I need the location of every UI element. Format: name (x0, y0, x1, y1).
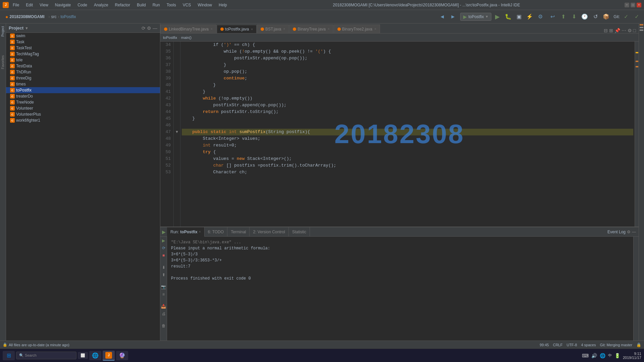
more-icon[interactable]: ⋯ (622, 28, 626, 33)
split-vertical-icon[interactable]: ⊞ (609, 28, 613, 33)
statistic-tab[interactable]: Statistic (289, 227, 310, 237)
build-button[interactable]: ⚙ (536, 12, 545, 21)
menu-window[interactable]: Window (196, 2, 213, 8)
todo-tab[interactable]: 6: TODO (205, 227, 228, 237)
run-button[interactable]: ▶ (493, 12, 502, 21)
coverage-button[interactable]: ▣ (514, 12, 524, 21)
tab-close-binarytree2[interactable]: × (374, 27, 376, 31)
git-checkmark1[interactable]: ✓ (621, 12, 631, 21)
menu-view[interactable]: View (38, 2, 50, 8)
git-push[interactable]: ⬆ (558, 12, 568, 21)
tab-bst[interactable]: BST.java × (257, 24, 289, 33)
tree-item-tasktest[interactable]: C TaskTest (6, 45, 160, 51)
run-restart-icon[interactable]: ⟳ (161, 245, 166, 251)
tree-item-volunteer[interactable]: C Volunteer (6, 105, 160, 111)
run-clear-icon[interactable]: 🗑 (161, 323, 166, 328)
breadcrumb-file[interactable]: toPostfix (163, 36, 177, 40)
menu-navigate[interactable]: Navigate (54, 2, 72, 8)
other-taskbar[interactable]: 🔮 (116, 351, 128, 360)
git-revert[interactable]: ↺ (591, 12, 600, 21)
tree-item-topostfix[interactable]: C toPostfix (6, 87, 160, 93)
bottom-close-icon[interactable]: — (632, 230, 636, 234)
task-view-button[interactable]: ⬜ (78, 352, 88, 359)
tree-item-treaterdo[interactable]: C treaterDo (6, 93, 160, 99)
cursor-position[interactable]: 99:45 (540, 343, 549, 347)
run-scroll-up-icon[interactable]: ⬆ (161, 272, 166, 278)
version-control-tab[interactable]: 2: Version Control (250, 227, 288, 237)
menu-tools[interactable]: Tools (165, 2, 177, 8)
close-button[interactable]: × (637, 3, 641, 7)
menu-analyze[interactable]: Analyze (93, 2, 110, 8)
line-ending[interactable]: CRLF (553, 343, 562, 347)
fold-icon-47[interactable]: ▼ (175, 130, 179, 134)
project-sidebar-label[interactable]: Project (0, 23, 6, 39)
menu-build[interactable]: Build (136, 2, 147, 8)
debug-button[interactable]: 🐛 (503, 12, 513, 21)
tab-close-binarytree[interactable]: × (328, 27, 330, 31)
menu-code[interactable]: Code (76, 2, 89, 8)
tab-close-linked[interactable]: × (211, 27, 213, 31)
clock[interactable]: 9:11 2019/11/17 (623, 352, 641, 360)
pin-icon[interactable]: 📌 (614, 28, 620, 33)
run-filter-icon[interactable]: ≡ (161, 292, 166, 297)
intellij-taskbar[interactable]: J (103, 351, 115, 361)
event-log-label[interactable]: Event Log (607, 230, 626, 234)
git-undo[interactable]: ↩ (548, 12, 557, 21)
search-bar[interactable]: 🔍 Search (16, 352, 76, 359)
tree-item-swim[interactable]: C swim (6, 33, 160, 39)
menu-vcs[interactable]: VCS (181, 2, 193, 8)
git-checkmark2[interactable]: ✓ (632, 12, 641, 21)
tab-binarytree2[interactable]: BinaryTree2.java × (334, 24, 380, 33)
tree-item-task[interactable]: C Task (6, 39, 160, 45)
sync-icon[interactable]: ⟳ (142, 25, 146, 31)
tab-close-topostfix[interactable]: × (251, 27, 253, 31)
indent[interactable]: 4 spaces (581, 343, 596, 347)
tree-item-thdrun[interactable]: C ThDRun (6, 69, 160, 75)
tab-linkedbinarytree[interactable]: LinkedBinaryTree.java × (160, 24, 216, 33)
run-print-icon[interactable]: 🖨 (161, 311, 166, 316)
tree-item-volunteerplus[interactable]: C VolunteerPlus (6, 111, 160, 117)
menu-refactor[interactable]: Refactor (114, 2, 131, 8)
menu-edit[interactable]: Edit (24, 2, 34, 8)
run-scroll-down-icon[interactable]: ⬇ (161, 265, 166, 270)
terminal-tab[interactable]: Terminal (227, 227, 250, 237)
run-config-dropdown[interactable]: ▶ toPostfix ▼ (460, 13, 491, 21)
tab-close-bst[interactable]: × (283, 27, 285, 31)
tree-item-treenode[interactable]: C TreeNode (6, 99, 160, 105)
tree-item-testdata[interactable]: C TestData (6, 63, 160, 69)
run-snapshot-icon[interactable]: 📷 (161, 284, 166, 290)
run-import-icon[interactable]: 📥 (161, 304, 166, 309)
run-tab-close[interactable]: × (199, 230, 201, 234)
file-label[interactable]: toPostfix (61, 14, 76, 19)
bottom-settings-icon[interactable]: ⚙ (627, 230, 631, 234)
hide-icon[interactable]: — (153, 25, 157, 31)
settings-icon[interactable]: ⚙ (147, 25, 151, 31)
tab-topostfix[interactable]: toPostfix.java × (217, 25, 257, 34)
git-pull[interactable]: ⬇ (569, 12, 579, 21)
run-stop-icon[interactable]: ■ (161, 253, 166, 258)
git-commit[interactable]: 📦 (601, 12, 611, 21)
favorites-sidebar-label[interactable]: Favorites (0, 53, 6, 72)
menu-help[interactable]: Help (217, 2, 228, 8)
tree-item-tele[interactable]: C tele (6, 57, 160, 63)
code-editor[interactable]: if (')' == ch) { while (!op.empty() && o… (180, 42, 635, 227)
maximize-icon[interactable]: □ (633, 28, 636, 33)
git-history[interactable]: 🕐 (580, 12, 589, 21)
tree-item-times[interactable]: C times (6, 81, 160, 87)
back-button[interactable]: ◄ (437, 12, 447, 21)
profile-button[interactable]: ⚡ (525, 12, 534, 21)
menu-run[interactable]: Run (151, 2, 161, 8)
breadcrumb-method[interactable]: main() (181, 36, 192, 40)
project-gear-icon[interactable]: ▼ (25, 26, 29, 30)
split-horizontal-icon[interactable]: ⊟ (604, 28, 608, 33)
run-play-icon[interactable]: ▶ (161, 238, 166, 243)
restore-button[interactable]: □ (631, 3, 635, 7)
start-button[interactable]: ⊞ (3, 351, 15, 360)
forward-button[interactable]: ► (448, 12, 458, 21)
menu-file[interactable]: File (11, 2, 20, 8)
chrome-taskbar[interactable]: 🌐 (89, 351, 101, 360)
tree-item-threedig[interactable]: C threeDig (6, 75, 160, 81)
minimize-button[interactable]: − (625, 3, 629, 7)
encoding[interactable]: UTF-8 (567, 343, 577, 347)
tree-item-techmagtag[interactable]: C TechMagTag (6, 51, 160, 57)
